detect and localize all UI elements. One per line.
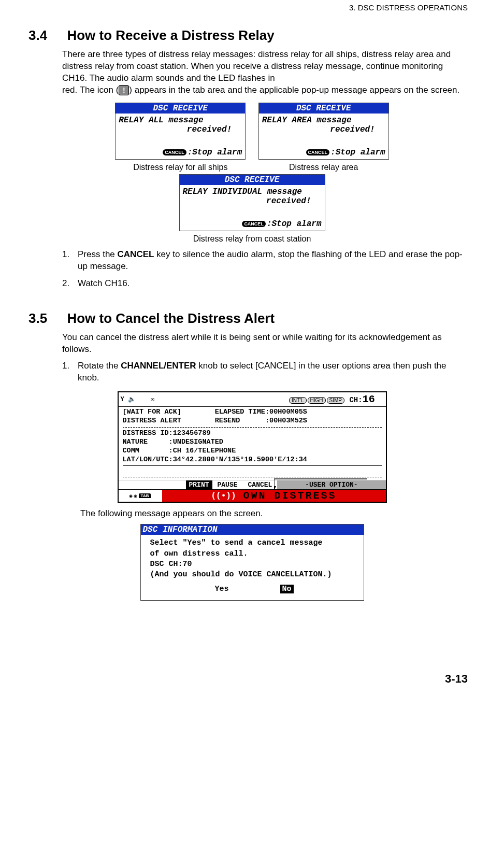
- sec-3-4-title: How to Receive a Distress Relay: [67, 27, 274, 44]
- t: Press the: [78, 249, 118, 259]
- dlg2-line2: received!: [262, 125, 385, 134]
- sec-3-5-para: You can cancel the distress alert while …: [0, 332, 504, 356]
- dot-icon: ◉: [134, 493, 137, 499]
- after-screen-text: The following message appears on the scr…: [0, 508, 504, 520]
- solid-line: [123, 465, 382, 466]
- dlg3-line2: received!: [183, 196, 322, 206]
- para-text-2b: ) appears in the tab area and the applic…: [129, 85, 459, 95]
- t: Rotate the: [78, 361, 121, 371]
- sec-3-5-title: How to Cancel the Distress Alert: [67, 310, 275, 327]
- dlg2-caption: Distress relay area: [253, 163, 394, 172]
- opt-cancel[interactable]: CANCEL: [243, 480, 278, 489]
- antenna-speaker-mail-icons: Y 🔈 ✉: [121, 395, 154, 403]
- step-num: 2.: [62, 278, 78, 290]
- sec-3-4-num: 3.4: [28, 27, 65, 44]
- dialog-relay-all: DSC RECEIVE RELAY ALL message received! …: [115, 103, 246, 160]
- line: DISTRESS ALERT RESEND :00H03M52S: [123, 417, 307, 424]
- no-option[interactable]: No: [280, 585, 294, 593]
- line: NATURE :UNDESIGNATED: [123, 438, 223, 446]
- dlg1-line2: received!: [119, 125, 242, 134]
- dialog-title: DSC RECEIVE: [180, 175, 325, 185]
- dialog-relay-area: DSC RECEIVE RELAY AREA message received!…: [258, 103, 389, 160]
- ch-label: CH:: [349, 396, 362, 404]
- line: LAT/LON/UTC:34°42.2800'N/135°19.5900'E/1…: [123, 456, 307, 463]
- dlg3-foot: CANCEL:Stop alarm: [180, 219, 325, 231]
- screen-top-bar: Y 🔈 ✉ INT'LHIGHSIMP CH:16: [119, 392, 386, 407]
- line: DISTRESS ID:123456789: [123, 429, 211, 437]
- sec-3-4-steps: 1. Press the CANCEL key to silence the a…: [0, 244, 504, 290]
- channel-enter-knob: CHANNEL/ENTER: [121, 361, 196, 371]
- distress-icon: !: [119, 85, 129, 95]
- stop-alarm-text: :Stop alarm: [267, 219, 322, 229]
- cancel-icon: CANCEL: [306, 149, 330, 155]
- sec-3-5-steps: 1. Rotate the CHANNEL/ENTER knob to sele…: [0, 355, 504, 384]
- page-header: 3. DSC DISTRESS OPERATIONS: [0, 0, 504, 12]
- line: COMM :CH 16/TELEPHONE: [123, 447, 236, 455]
- info-l3: DSC CH:70: [150, 559, 358, 570]
- dlg2-foot: CANCEL:Stop alarm: [259, 148, 388, 159]
- dsc-info-dialog: DSC INFORMATION Select "Yes" to send a c…: [140, 524, 364, 600]
- info-l1: Select "Yes" to send a cancel message: [150, 538, 358, 548]
- badge-high: HIGH: [308, 397, 326, 404]
- ch-value: 16: [363, 393, 375, 405]
- opt-pause[interactable]: PAUSE: [212, 480, 243, 489]
- section-3-5-heading: 3.5 How to Cancel the Distress Alert: [0, 295, 504, 332]
- para-text-1: There are three types of distress relay …: [62, 49, 451, 83]
- step-num: 1.: [62, 360, 78, 384]
- stop-alarm-text: :Stop alarm: [330, 148, 385, 157]
- dialog-title: DSC RECEIVE: [116, 103, 245, 114]
- svg-marker-2: [274, 486, 276, 490]
- dlg2-line1: RELAY AREA message: [262, 116, 385, 125]
- cancel-key: CANCEL: [118, 249, 154, 259]
- step1-text: Rotate the CHANNEL/ENTER knob to select …: [78, 360, 468, 384]
- dashed-line: [123, 427, 382, 428]
- dialog-row-1: DSC RECEIVE RELAY ALL message received! …: [0, 96, 504, 172]
- dlg1-line1: RELAY ALL message: [119, 116, 242, 125]
- dlg1-caption: Distress relay for all ships: [110, 163, 251, 172]
- dot-icon: ◉: [129, 493, 133, 499]
- sec-3-5-num: 3.5: [28, 310, 65, 327]
- badge-simp: SIMP: [327, 397, 344, 404]
- cancel-icon: CANCEL: [163, 149, 186, 155]
- step2-text: Watch CH16.: [78, 278, 129, 290]
- distress-wave-icon: ((•)): [211, 491, 236, 501]
- dlg3-caption: Distress relay from coast station: [174, 234, 330, 244]
- info-title: DSC INFORMATION: [141, 525, 364, 535]
- info-l4: (And you should do VOICE CANCELLATION.): [150, 570, 358, 580]
- screen-body: [WAIT FOR ACK] ELAPSED TIME:00H00M05S DI…: [119, 407, 386, 480]
- para-text-2a: red. The icon (: [62, 85, 119, 95]
- step-num: 1.: [62, 249, 78, 273]
- section-3-4-heading: 3.4 How to Receive a Distress Relay: [0, 12, 504, 49]
- step1-text: Press the CANCEL key to silence the audi…: [78, 249, 468, 273]
- dlg3-line1: RELAY INDIVIDUAL message: [183, 187, 322, 196]
- sec-3-4-para: There are three types of distress relay …: [0, 49, 504, 96]
- info-l2: of own distress call.: [150, 549, 358, 559]
- page-number: 3-13: [0, 605, 504, 696]
- opt-print[interactable]: PRINT: [186, 480, 212, 489]
- line: [WAIT FOR ACK] ELAPSED TIME:00H00M05S: [123, 408, 307, 416]
- stop-alarm-text: :Stop alarm: [188, 148, 242, 157]
- device-screen: Y 🔈 ✉ INT'LHIGHSIMP CH:16 [WAIT FOR ACK]…: [118, 391, 387, 503]
- dialog-relay-individual: DSC RECEIVE RELAY INDIVIDUAL message rec…: [179, 174, 325, 231]
- dlg1-foot: CANCEL:Stop alarm: [116, 148, 245, 159]
- yes-option[interactable]: Yes: [214, 585, 228, 593]
- dialog-title: DSC RECEIVE: [259, 103, 388, 114]
- tab-icon: TAB: [139, 493, 151, 498]
- cancel-icon: CANCEL: [242, 221, 266, 227]
- dialog-row-2: DSC RECEIVE RELAY INDIVIDUAL message rec…: [0, 172, 504, 244]
- badge-intl: INT'L: [289, 397, 307, 404]
